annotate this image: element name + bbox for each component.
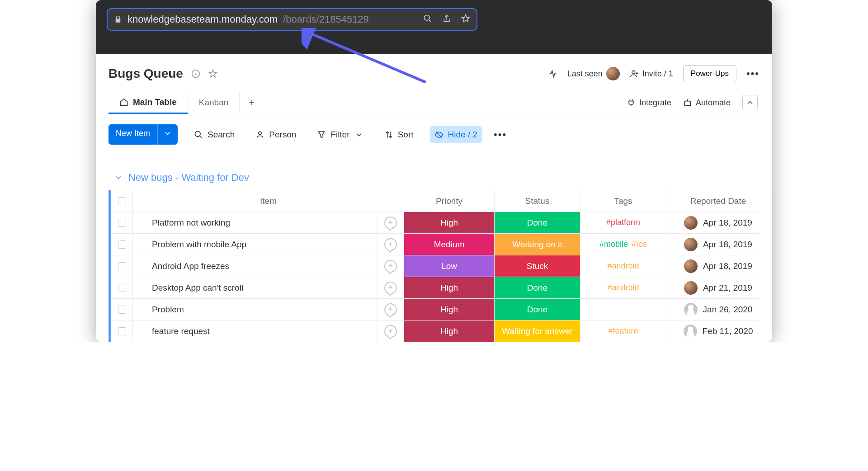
status-cell[interactable]: Stuck [495,255,580,277]
priority-cell[interactable]: High [404,277,495,298]
tags-cell[interactable]: #mobile#Ios [580,234,666,255]
col-item[interactable]: Item [133,190,404,212]
tag[interactable]: #mobile [599,240,628,249]
star-icon[interactable] [461,14,470,25]
priority-cell[interactable]: Low [404,255,495,277]
reporter-avatar[interactable] [684,216,698,230]
conversation-cell[interactable] [377,277,404,298]
tag[interactable]: #Ios [632,240,647,249]
checkbox[interactable] [118,197,126,205]
col-reported-date[interactable]: Reported Date [666,190,770,212]
conversation-cell[interactable] [377,255,404,277]
activity-icon[interactable] [548,69,557,78]
priority-cell[interactable]: High [404,299,495,320]
status-cell[interactable]: Waiting for answer [495,320,580,342]
conversation-cell[interactable] [377,320,404,342]
add-update-icon[interactable] [384,238,397,251]
row-checkbox-cell[interactable] [111,299,133,320]
integrate-button[interactable]: Integrate [627,98,671,108]
add-update-icon[interactable] [384,303,397,316]
row-checkbox-cell[interactable] [111,255,133,277]
person-filter[interactable]: Person [251,126,301,143]
row-checkbox-cell[interactable] [111,212,133,233]
item-name-cell[interactable]: Problem [133,299,377,320]
table-row[interactable]: feature requestHighWaiting for answer#fe… [111,320,760,342]
reported-date-cell[interactable]: Apr 18, 2019 [666,255,770,277]
address-bar[interactable]: knowledgebaseteam.monday.com/boards/2185… [107,8,477,31]
item-name-cell[interactable]: Desktop App can't scroll [133,277,377,298]
hide-tool[interactable]: Hide / 2 [430,126,482,143]
add-update-icon[interactable] [384,260,397,273]
item-name-cell[interactable]: Android App freezes [133,255,377,277]
col-tags[interactable]: Tags [580,190,666,212]
powerups-button[interactable]: Power-Ups [683,65,736,82]
table-row[interactable]: Android App freezesLowStuck#androidApr 1… [111,255,760,277]
item-name-cell[interactable]: Problem with mobile App [133,234,377,255]
reported-date-cell[interactable]: Apr 18, 2019 [666,234,770,255]
add-view-button[interactable]: + [240,91,264,114]
tag[interactable]: #platform [606,218,640,227]
col-status[interactable]: Status [495,190,580,212]
search-icon[interactable] [423,14,432,25]
new-item-button[interactable]: New Item [108,124,178,145]
status-cell[interactable]: Done [495,212,580,233]
tags-cell[interactable]: #android [580,255,666,277]
add-update-icon[interactable] [384,325,397,338]
table-row[interactable]: Platform not workingHighDone#platformApr… [111,212,760,233]
more-menu-icon[interactable]: ••• [746,68,760,80]
collapse-button[interactable] [742,95,758,110]
reporter-avatar[interactable] [684,303,698,316]
info-icon[interactable] [191,69,200,78]
tags-cell[interactable] [580,299,666,320]
table-row[interactable]: ProblemHighDoneJan 26, 2020 [111,298,760,320]
tag[interactable]: #android [607,283,639,292]
tags-cell[interactable]: #feature [580,320,666,342]
checkbox[interactable] [118,240,126,249]
sort-tool[interactable]: Sort [380,126,418,143]
status-cell[interactable]: Working on it [495,234,580,255]
row-checkbox-cell[interactable] [111,277,133,298]
add-update-icon[interactable] [384,282,397,294]
tab-main-table[interactable]: Main Table [108,92,188,114]
automate-button[interactable]: Automate [683,98,731,108]
col-priority[interactable]: Priority [404,190,495,212]
new-item-dropdown[interactable] [157,124,178,145]
reporter-avatar[interactable] [684,281,698,295]
reported-date-cell[interactable]: Apr 18, 2019 [666,212,770,233]
row-checkbox-cell[interactable] [111,234,133,255]
item-name-cell[interactable]: feature request [133,320,377,342]
toolbar-more-icon[interactable]: ••• [494,129,507,141]
reported-date-cell[interactable]: Jan 26, 2020 [666,299,770,320]
tab-kanban[interactable]: Kanban [188,92,240,113]
last-seen[interactable]: Last seen [567,67,620,80]
filter-tool[interactable]: Filter [312,126,368,143]
item-name-cell[interactable]: Platform not working [133,212,377,233]
tags-cell[interactable]: #android [580,277,666,298]
priority-cell[interactable]: Medium [404,234,495,255]
checkbox[interactable] [118,306,126,314]
reporter-avatar[interactable] [684,325,697,338]
reported-date-cell[interactable]: Feb 11, 2020 [666,320,770,342]
checkbox[interactable] [118,327,126,335]
group-header[interactable]: New bugs - Waiting for Dev [114,172,760,184]
favorite-star-icon[interactable] [208,69,217,78]
invite-button[interactable]: Invite / 1 [630,69,673,79]
reporter-avatar[interactable] [684,259,698,273]
new-item-main[interactable]: New Item [108,124,157,145]
tags-cell[interactable]: #platform [580,212,666,233]
priority-cell[interactable]: High [404,320,495,342]
reporter-avatar[interactable] [684,238,698,251]
reported-date-cell[interactable]: Apr 21, 2019 [666,277,770,298]
conversation-cell[interactable] [377,234,404,255]
tag[interactable]: #android [607,261,639,271]
select-all-cell[interactable] [111,190,133,212]
table-row[interactable]: Problem with mobile AppMediumWorking on … [111,233,760,255]
status-cell[interactable]: Done [495,299,580,320]
conversation-cell[interactable] [377,212,404,233]
status-cell[interactable]: Done [495,277,580,298]
table-row[interactable]: Desktop App can't scrollHighDone#android… [111,277,760,298]
row-checkbox-cell[interactable] [111,320,133,342]
add-update-icon[interactable] [384,217,397,229]
checkbox[interactable] [118,219,126,227]
share-icon[interactable] [442,14,451,25]
